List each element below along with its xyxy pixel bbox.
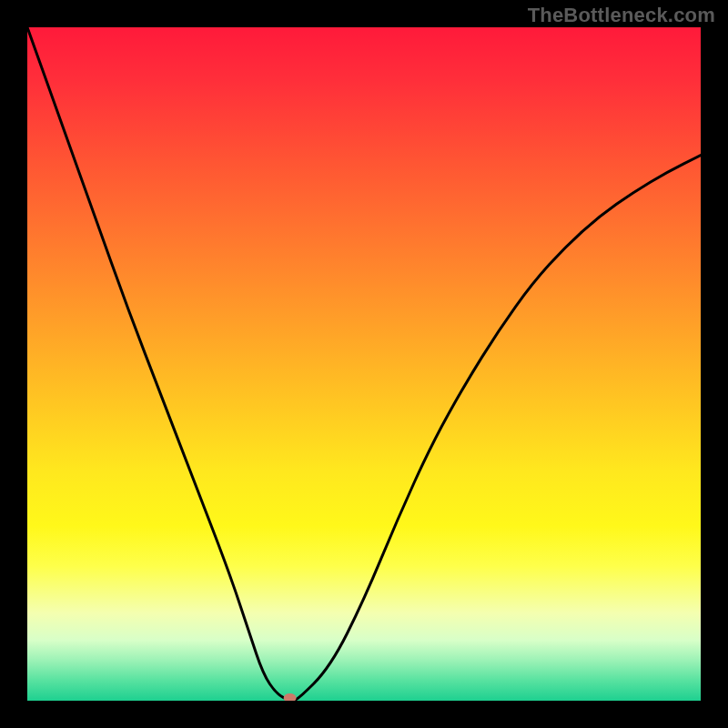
watermark-text: TheBottleneck.com — [528, 4, 715, 27]
curve-layer — [27, 27, 701, 701]
chart-frame: TheBottleneck.com — [0, 0, 728, 728]
plot-area — [27, 27, 701, 701]
optimal-point-marker — [284, 693, 297, 701]
bottleneck-curve — [27, 27, 701, 701]
